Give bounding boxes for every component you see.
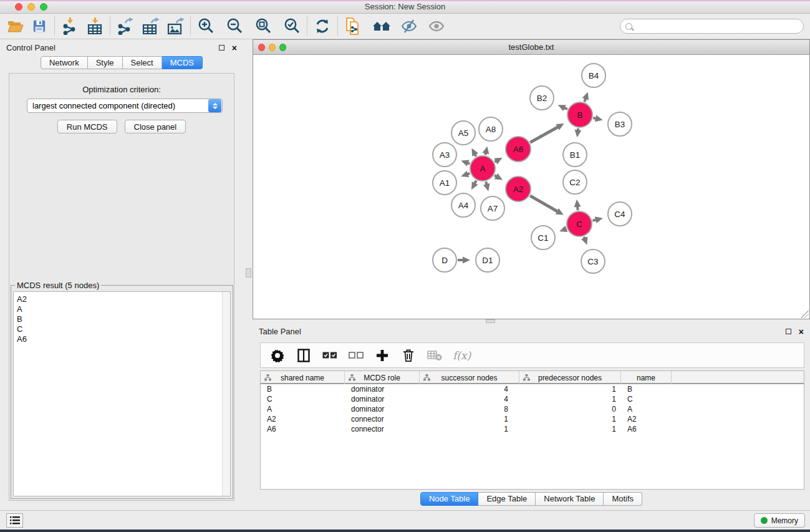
tab-motifs[interactable]: Motifs: [604, 492, 642, 506]
memory-button[interactable]: Memory: [754, 513, 805, 528]
resize-grip-icon[interactable]: [801, 311, 809, 318]
search-field[interactable]: [620, 19, 804, 34]
tab-network[interactable]: Network: [41, 56, 88, 69]
column-header-successor-nodes[interactable]: successor nodes: [420, 371, 519, 384]
table-cell: 1: [519, 384, 621, 394]
close-panel-button[interactable]: Close panel: [125, 120, 186, 133]
search-input[interactable]: [632, 21, 803, 32]
edge-arrowhead: [559, 226, 567, 232]
node-table[interactable]: shared nameMCDS rolesuccessor nodesprede…: [260, 370, 804, 490]
select-stepper-icon[interactable]: [208, 99, 221, 112]
float-table-panel-icon[interactable]: [786, 329, 791, 334]
column-header-name[interactable]: name: [621, 371, 672, 384]
function-builder-icon[interactable]: f(x): [453, 349, 471, 362]
column-header-predecessor-nodes[interactable]: predecessor nodes: [519, 371, 621, 384]
graph-node-label: A5: [458, 128, 469, 138]
close-window-button[interactable]: [15, 3, 22, 11]
open-session-icon[interactable]: [6, 17, 25, 36]
graph-node-label: A4: [458, 201, 469, 210]
mcds-result-item[interactable]: A2: [17, 294, 230, 304]
hierarchy-sort-icon: [523, 374, 530, 381]
zoom-in-icon[interactable]: [196, 17, 215, 36]
table-row[interactable]: Bdominator41B: [261, 384, 804, 394]
edge-arrowhead: [483, 146, 489, 154]
refresh-icon[interactable]: [313, 17, 332, 36]
network-window-titlebar[interactable]: testGlobe.txt: [253, 40, 809, 55]
graph-edge-A2-C[interactable]: [530, 196, 558, 212]
table-row[interactable]: A6connector11A6: [261, 424, 804, 434]
hierarchy-sort-icon: [349, 374, 355, 381]
show-columns-icon[interactable]: [296, 347, 312, 364]
duplicate-network-icon[interactable]: [344, 17, 362, 36]
column-header-label: name: [637, 374, 655, 382]
table-panel-title: Table Panel: [259, 327, 786, 336]
column-header-MCDS-role[interactable]: MCDS role: [345, 371, 420, 384]
task-history-button[interactable]: [6, 513, 23, 528]
home-icon[interactable]: [372, 17, 391, 36]
table-cell: A2: [261, 414, 345, 424]
tab-mcds[interactable]: MCDS: [162, 56, 203, 69]
zoom-window-button[interactable]: [40, 3, 47, 11]
status-bar: Memory: [0, 510, 810, 530]
zoom-out-icon[interactable]: [225, 17, 244, 36]
net-zoom-button[interactable]: [279, 44, 286, 51]
export-network-icon[interactable]: [116, 17, 135, 36]
table-cell: 4: [420, 394, 519, 404]
window-controls[interactable]: [15, 3, 47, 11]
graph-edge-A6-B[interactable]: [530, 127, 559, 142]
mcds-result-group: MCDS result (5 nodes) A2ABCA6: [11, 285, 233, 499]
mcds-result-item[interactable]: C: [17, 324, 230, 334]
import-network-icon[interactable]: [60, 17, 79, 36]
list-scrollbar[interactable]: [222, 292, 230, 496]
table-cell: 1: [420, 414, 519, 424]
table-cell: C: [621, 394, 672, 404]
minimize-window-button[interactable]: [27, 3, 35, 11]
add-column-icon[interactable]: [374, 347, 390, 364]
save-session-icon[interactable]: [30, 17, 49, 36]
edge-arrowhead: [574, 200, 581, 208]
search-icon: [625, 23, 632, 30]
column-header-shared-name[interactable]: shared name: [261, 371, 345, 384]
criterion-selected-value: largest connected component (directed): [27, 101, 208, 110]
table-toolbar: f(x): [260, 342, 804, 368]
mcds-result-item[interactable]: A6: [17, 334, 230, 344]
import-table-icon[interactable]: [85, 17, 104, 36]
export-image-icon[interactable]: [166, 17, 185, 36]
table-cell: 1: [519, 394, 621, 404]
table-cell: A: [261, 404, 345, 414]
net-close-button[interactable]: [258, 44, 265, 51]
zoom-selected-icon[interactable]: [282, 17, 301, 36]
table-row[interactable]: Cdominator41C: [261, 394, 804, 404]
net-minimize-button[interactable]: [269, 44, 276, 51]
graph-node-label: A6: [513, 145, 524, 154]
select-all-rows-icon[interactable]: [322, 347, 338, 364]
table-row[interactable]: Adominator80A: [261, 404, 804, 414]
network-canvas[interactable]: B4B2BB3A5A8A6A3B1AA1C2A2A4A7CC4C1C3DD1: [254, 56, 809, 319]
run-mcds-button[interactable]: Run MCDS: [57, 120, 117, 133]
delete-table-icon[interactable]: [427, 347, 443, 364]
table-row[interactable]: A2connector11A2: [261, 414, 804, 424]
deselect-all-rows-icon[interactable]: [348, 347, 364, 364]
zoom-fit-icon[interactable]: [254, 17, 272, 36]
close-table-panel-icon[interactable]: ×: [799, 329, 804, 335]
column-header-label: MCDS role: [364, 374, 400, 382]
vertical-splitter-handle[interactable]: [246, 268, 251, 278]
mcds-result-list[interactable]: A2ABCA6: [13, 291, 231, 496]
tab-style[interactable]: Style: [88, 56, 123, 69]
tab-node-table[interactable]: Node Table: [420, 492, 479, 506]
tab-network-table[interactable]: Network Table: [536, 492, 604, 506]
delete-column-icon[interactable]: [400, 347, 417, 364]
criterion-select[interactable]: largest connected component (directed): [27, 99, 223, 113]
mcds-result-item[interactable]: B: [17, 314, 230, 324]
close-panel-icon[interactable]: ×: [232, 45, 237, 51]
float-panel-icon[interactable]: [219, 45, 224, 51]
mcds-result-item[interactable]: A: [17, 304, 230, 314]
hide-graphics-details-icon[interactable]: [400, 17, 418, 36]
optimization-criterion-label: Optimization criterion:: [9, 85, 234, 94]
export-table-icon[interactable]: [141, 17, 160, 36]
table-settings-gear-icon[interactable]: [269, 347, 286, 364]
show-graphics-details-icon[interactable]: [427, 17, 446, 36]
tab-select[interactable]: Select: [123, 56, 162, 69]
tab-edge-table[interactable]: Edge Table: [478, 492, 536, 506]
graph-node-label: A: [480, 164, 485, 173]
